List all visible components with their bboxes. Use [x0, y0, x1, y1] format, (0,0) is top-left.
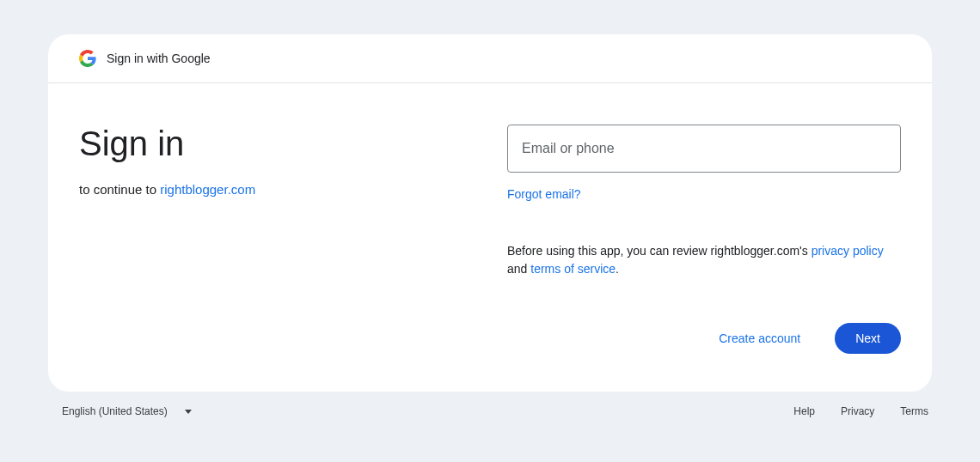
continue-text: to continue to rightblogger.com	[79, 182, 473, 197]
terms-of-service-link[interactable]: terms of service	[530, 262, 616, 276]
google-logo-icon	[79, 50, 96, 67]
language-selector[interactable]: English (United States)	[62, 405, 192, 417]
footer: English (United States) Help Privacy Ter…	[0, 392, 980, 417]
signin-heading: Sign in	[79, 125, 473, 163]
create-account-link[interactable]: Create account	[719, 331, 800, 345]
footer-links: Help Privacy Terms	[793, 405, 928, 417]
app-name-link[interactable]: rightblogger.com	[160, 182, 255, 197]
email-input[interactable]	[507, 125, 901, 173]
signin-card: Sign in with Google Sign in to continue …	[48, 34, 932, 392]
card-body: Sign in to continue to rightblogger.com …	[48, 83, 932, 392]
help-link[interactable]: Help	[793, 405, 815, 417]
continue-prefix: to continue to	[79, 182, 160, 197]
review-and: and	[507, 262, 530, 276]
language-label: English (United States)	[62, 405, 168, 417]
review-period: .	[616, 262, 619, 276]
forgot-email-link[interactable]: Forgot email?	[507, 187, 581, 201]
review-text: Before using this app, you can review ri…	[507, 242, 901, 278]
chevron-down-icon	[185, 410, 192, 414]
terms-link[interactable]: Terms	[900, 405, 928, 417]
right-panel: Forgot email? Before using this app, you…	[507, 125, 901, 354]
next-button[interactable]: Next	[835, 323, 901, 354]
actions-row: Create account Next	[507, 323, 901, 354]
card-header: Sign in with Google	[48, 34, 932, 83]
email-input-wrapper	[507, 125, 901, 173]
left-panel: Sign in to continue to rightblogger.com	[79, 125, 473, 354]
review-before: Before using this app, you can review ri…	[507, 244, 812, 258]
header-title: Sign in with Google	[107, 52, 211, 65]
privacy-policy-link[interactable]: privacy policy	[812, 244, 884, 258]
privacy-link[interactable]: Privacy	[841, 405, 874, 417]
